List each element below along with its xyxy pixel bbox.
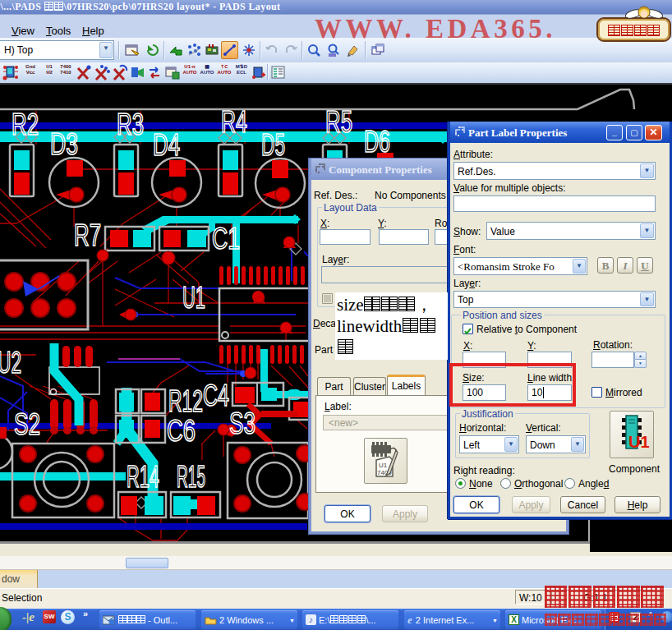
svg-text:R2: R2 [12,108,39,141]
svg-text:D5: D5 [261,128,285,162]
svg-text:R3: R3 [117,108,144,141]
svg-text:U1: U1 [628,433,650,451]
svg-text:D6: D6 [364,125,390,159]
svg-text:U1: U1 [379,462,388,469]
svg-text:R14: R14 [127,460,159,494]
svg-text:C4: C4 [203,379,229,412]
svg-text:U1: U1 [182,281,205,315]
svg-text:R12: R12 [168,384,203,418]
svg-text:R7: R7 [74,218,101,252]
svg-text:R4: R4 [221,105,247,139]
svg-text:U2: U2 [0,346,21,379]
svg-text:D3: D3 [50,127,78,161]
svg-text:C1: C1 [212,222,240,255]
svg-text:S2: S2 [14,407,40,441]
svg-text:R5: R5 [325,105,352,139]
svg-text:D4: D4 [153,128,180,162]
svg-text:R15: R15 [177,460,205,494]
svg-text:C6: C6 [167,414,196,448]
svg-text:S3: S3 [229,407,255,440]
